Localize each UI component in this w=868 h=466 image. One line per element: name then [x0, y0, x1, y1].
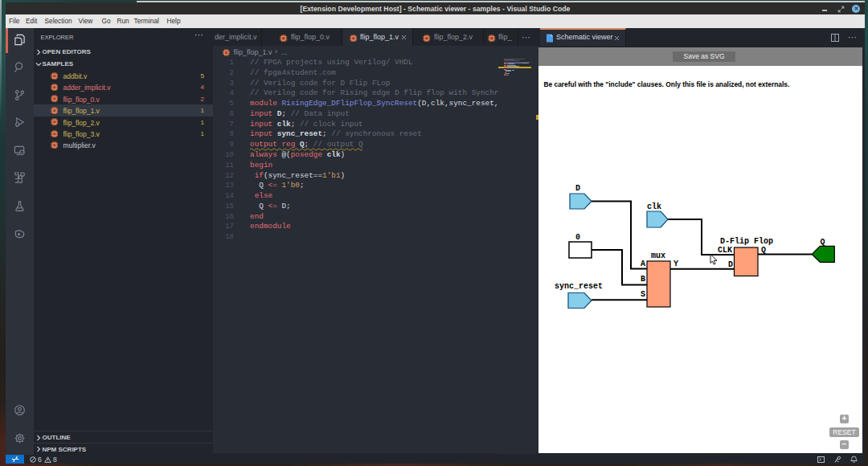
svg-text:D: D	[575, 184, 580, 193]
svg-text:CLK: CLK	[718, 246, 732, 255]
svg-text:D-Flip Flop: D-Flip Flop	[720, 237, 773, 246]
svg-text:sync_reset: sync_reset	[555, 282, 603, 291]
svg-text:mux: mux	[651, 251, 665, 260]
svg-text:S: S	[641, 290, 645, 299]
svg-text:clk: clk	[647, 202, 661, 211]
svg-text:A: A	[641, 260, 645, 268]
svg-text:Q: Q	[761, 246, 766, 255]
svg-text:B: B	[641, 275, 645, 284]
svg-text:Y: Y	[674, 260, 678, 268]
svg-text:Q: Q	[821, 238, 825, 247]
svg-text:D: D	[728, 260, 733, 269]
svg-text:0: 0	[575, 233, 580, 242]
